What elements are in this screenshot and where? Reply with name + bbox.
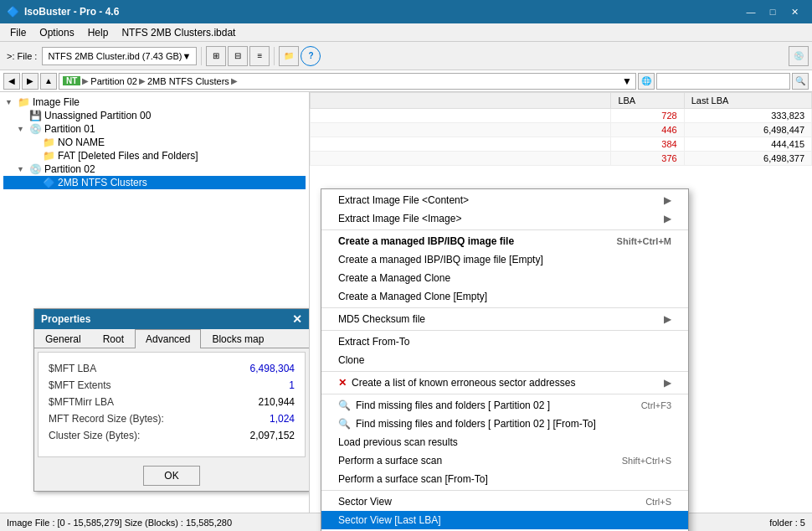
left-panel: ▼ 📁 Image File 💾 Unassigned Partition 00… <box>0 92 310 513</box>
ctx-surface-scan-fromto[interactable]: Perform a surface scan [From-To] <box>321 470 688 488</box>
minimize-button[interactable]: — <box>740 3 762 20</box>
ctx-create-ibp[interactable]: Create a managed IBP/IBQ image file Shif… <box>321 232 688 250</box>
toolbar-sep-2 <box>274 47 275 65</box>
help-btn[interactable]: ? <box>301 46 321 66</box>
nav-forward[interactable]: ▶ <box>22 73 39 90</box>
dialog-title-bar: Properties ✕ <box>34 309 309 329</box>
tab-general[interactable]: General <box>34 329 92 348</box>
ctx-md5[interactable]: MD5 Checksum file ▶ <box>321 310 688 328</box>
breadcrumb: NT ▶ Partition 02 ▶ 2MB NTFS Clusters ▶ … <box>59 73 636 90</box>
dialog-content: $MFT LBA 6,498,304 $MFT Extents 1 $MFTMi… <box>38 352 306 457</box>
grid-view-btn-1[interactable]: ⊞ <box>206 46 226 66</box>
ctx-surface-scan[interactable]: Perform a surface scan Shift+Ctrl+S <box>321 451 688 470</box>
tree-item-fat[interactable]: 📁 FAT [Deleted Files and Folders] <box>3 149 306 162</box>
eject-btn[interactable]: 📁 <box>279 46 299 66</box>
file-dropdown[interactable]: NTFS 2MB Cluster.ibd (7.43 GB) ▼ <box>42 47 197 65</box>
ctx-managed-clone-empty[interactable]: Create a Managed Clone [Empty] <box>321 287 688 306</box>
tree-item-ntfs-clusters[interactable]: 🔷 2MB NTFS Clusters <box>3 176 306 189</box>
menu-bar: File Options Help NTFS 2MB Clusters.ibda… <box>0 23 812 42</box>
nav-up[interactable]: ▲ <box>40 73 57 90</box>
ctx-managed-clone[interactable]: Create a Managed Clone <box>321 269 688 287</box>
tree-item-partition02[interactable]: ▼ 💿 Partition 02 <box>3 162 306 176</box>
ctx-extract-content[interactable]: Extract Image File <Content> ▶ <box>321 191 688 209</box>
col-name[interactable] <box>311 93 611 109</box>
ctx-sep-1 <box>321 229 688 230</box>
status-text: Image File : [0 - 15,585,279] Size (Bloc… <box>7 518 232 528</box>
dialog-close-btn[interactable]: ✕ <box>292 312 302 326</box>
maximize-button[interactable]: □ <box>762 3 784 20</box>
menu-help[interactable]: Help <box>81 25 116 40</box>
prop-cluster-size: Cluster Size (Bytes): 2,097,152 <box>49 430 295 441</box>
menu-file-path[interactable]: NTFS 2MB Clusters.ibdat <box>115 25 242 40</box>
table-row: 728 333,823 <box>311 109 812 123</box>
tree-item-imagefile[interactable]: ▼ 📁 Image File <box>3 95 306 109</box>
table-row: 384 444,415 <box>311 137 812 152</box>
tab-blocks-map[interactable]: Blocks map <box>201 329 275 348</box>
prop-mft-lba: $MFT LBA 6,498,304 <box>49 363 295 374</box>
prop-mft-record-size: MFT Record Size (Bytes): 1,024 <box>49 413 295 425</box>
ctx-sep-3 <box>321 330 688 331</box>
tree-item-unassigned[interactable]: 💾 Unassigned Partition 00 <box>3 109 306 122</box>
col-lba[interactable]: LBA <box>611 93 684 109</box>
nav-back[interactable]: ◀ <box>3 73 20 90</box>
app-icon: 🔷 <box>7 6 19 18</box>
ctx-erroneous-sectors[interactable]: ✕ Create a list of known erroneous secto… <box>321 374 688 392</box>
ctx-find-missing-partition[interactable]: 🔍 Find missing files and folders [ Parti… <box>321 396 688 415</box>
toolbar-label: >: File : <box>3 51 40 61</box>
grid-view-btn-2[interactable]: ⊟ <box>228 46 248 66</box>
breadcrumb-clusters: 2MB NTFS Clusters <box>147 76 229 86</box>
ctx-find-missing-fromto[interactable]: 🔍 Find missing files and folders [ Parti… <box>321 415 688 433</box>
properties-dialog: Properties ✕ General Root Advanced Block… <box>33 308 310 492</box>
refresh-btn[interactable]: 🌐 <box>638 73 655 90</box>
breadcrumb-partition: Partition 02 <box>90 76 137 86</box>
tree-item-noname[interactable]: 📁 NO NAME <box>3 136 306 149</box>
dialog-tabs: General Root Advanced Blocks map <box>34 329 309 348</box>
status-right: folder : 5 <box>769 518 805 528</box>
prop-mft-extents: $MFT Extents 1 <box>49 379 295 391</box>
context-menu: Extract Image File <Content> ▶ Extract I… <box>321 188 689 531</box>
table-row: 376 6,498,377 <box>311 152 812 166</box>
ctx-sep-4 <box>321 371 688 372</box>
prop-mftmirr-lba: $MFTMirr LBA 210,944 <box>49 396 295 408</box>
menu-file[interactable]: File <box>3 25 33 40</box>
tree-item-partition01[interactable]: ▼ 💿 Partition 01 <box>3 122 306 136</box>
tab-advanced[interactable]: Advanced <box>135 329 201 348</box>
col-last-lba[interactable]: Last LBA <box>684 93 811 109</box>
ctx-extract-image[interactable]: Extract Image File <Image> ▶ <box>321 209 688 228</box>
drive-btn[interactable]: 💿 <box>789 46 809 66</box>
ok-button[interactable]: OK <box>143 466 199 486</box>
close-button[interactable]: ✕ <box>784 3 805 20</box>
dialog-footer: OK <box>34 461 309 491</box>
ctx-sector-view[interactable]: Sector View Ctrl+S <box>321 492 688 511</box>
toolbar: >: File : NTFS 2MB Cluster.ibd (7.43 GB)… <box>0 42 812 70</box>
title-bar-text: IsoBuster - Pro - 4.6 <box>24 6 119 18</box>
ctx-sep-2 <box>321 307 688 308</box>
menu-options[interactable]: Options <box>33 25 80 40</box>
ctx-sector-view-last[interactable]: Sector View [Last LBA] <box>321 511 688 529</box>
ctx-clone[interactable]: Clone <box>321 351 688 369</box>
ctx-sep-5 <box>321 394 688 394</box>
grid-view-btn-3[interactable]: ≡ <box>249 46 270 66</box>
tab-root[interactable]: Root <box>92 329 135 348</box>
search-input[interactable] <box>656 73 790 90</box>
ctx-sep-6 <box>321 490 688 491</box>
title-bar: 🔷 IsoBuster - Pro - 4.6 — □ ✕ <box>0 0 812 23</box>
breadcrumb-bar: ◀ ▶ ▲ NT ▶ Partition 02 ▶ 2MB NTFS Clust… <box>0 70 812 92</box>
file-tree: ▼ 📁 Image File 💾 Unassigned Partition 00… <box>0 92 309 327</box>
ctx-load-previous[interactable]: Load previous scan results <box>321 433 688 451</box>
toolbar-sep-1 <box>201 47 202 65</box>
table-row: 446 6,498,447 <box>311 123 812 137</box>
ctx-create-ibp-empty[interactable]: Create a managed IBP/IBQ image file [Emp… <box>321 250 688 269</box>
file-table: LBA Last LBA 728 333,823 446 6,498,447 <box>310 92 812 166</box>
main-content: ▼ 📁 Image File 💾 Unassigned Partition 00… <box>0 92 812 513</box>
ctx-extract-from-to[interactable]: Extract From-To <box>321 333 688 351</box>
search-btn[interactable]: 🔍 <box>792 73 809 90</box>
